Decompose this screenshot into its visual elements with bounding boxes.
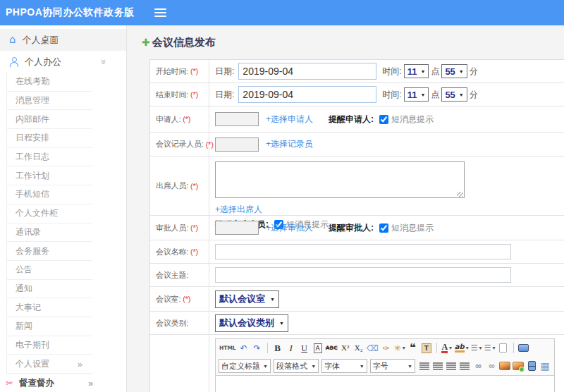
chevron-down-icon: ▼ (311, 364, 316, 369)
image-icon[interactable] (498, 360, 511, 373)
sidebar-item-会务服务[interactable]: 会务服务 (6, 242, 92, 261)
sidebar-item-在线考勤[interactable]: 在线考勤 (6, 73, 92, 92)
pick-attendees-link[interactable]: +选择出席人 (215, 204, 262, 214)
paste-icon[interactable]: T (420, 341, 433, 355)
chevron-down-icon: ▼ (279, 321, 284, 326)
chevron-down-icon: ▾ (449, 345, 452, 351)
format-brush-icon[interactable]: ✑ (380, 341, 393, 355)
align-justify-icon[interactable] (458, 360, 471, 373)
sidebar-item-大事记[interactable]: 大事记 (6, 298, 92, 317)
sidebar-item-个人文件柜[interactable]: 个人文件柜 (6, 204, 92, 223)
sidebar-item-个人办公[interactable]: 个人办公» (0, 51, 126, 73)
subscript-button[interactable]: X₂ (352, 341, 365, 355)
recorder-input[interactable] (215, 137, 259, 152)
toolbar-separator (436, 343, 437, 353)
ordered-list-icon[interactable]: ☰▾ (470, 341, 483, 355)
sidebar-item-新闻[interactable]: 新闻 (6, 317, 92, 336)
redo-icon[interactable]: ↷ (251, 341, 264, 355)
resize-handle-icon[interactable] (457, 192, 463, 198)
sidebar-item-手机短信[interactable]: 手机短信 (6, 185, 92, 204)
sidebar-item-label: 督查督办 (19, 377, 54, 389)
form-row-end-time: 结束时间:(*) 日期: 时间: 11▼ 点 55▼ 分 (150, 83, 564, 106)
font-family-select[interactable]: 字体▼ (321, 359, 367, 373)
pick-recorder-link[interactable]: +选择记录员 (266, 138, 313, 150)
applicant-input[interactable] (215, 112, 259, 126)
paragraph-format-select[interactable]: 段落格式▼ (274, 359, 319, 373)
start-minute-select[interactable]: 55▼ (441, 64, 467, 78)
meeting-room-select[interactable]: 默认会议室▼ (215, 290, 279, 308)
approver-input[interactable] (215, 221, 259, 235)
superscript-button[interactable]: X² (339, 341, 352, 355)
required-mark: (*) (190, 223, 198, 232)
sidebar-item-label: 消息管理 (16, 94, 49, 106)
new-page-icon[interactable] (497, 341, 510, 355)
font-border-button[interactable]: A (312, 341, 324, 355)
pick-applicant-link[interactable]: +选择申请人 (266, 114, 313, 125)
chevron-down-icon: ▼ (270, 297, 275, 302)
meeting-topic-input[interactable] (215, 267, 511, 283)
bold-button[interactable]: B (271, 341, 284, 355)
sidebar-item-label: 通讯录 (16, 226, 41, 238)
sidebar-item-通知[interactable]: 通知 (6, 280, 92, 299)
italic-button[interactable]: I (285, 341, 298, 355)
attendees-textarea[interactable] (215, 161, 465, 198)
autotypeset-icon[interactable]: ✳▾ (393, 341, 406, 355)
start-hour-select[interactable]: 11▼ (404, 64, 429, 78)
font-size-select[interactable]: 字号▼ (370, 359, 415, 373)
sidebar-item-个人设置[interactable]: 个人设置» (6, 355, 92, 374)
applicant-sms-checkbox[interactable] (379, 115, 388, 124)
hour-unit-label: 点 (431, 66, 439, 78)
unlink-icon[interactable]: ∞ (485, 360, 498, 373)
sidebar-item-公告[interactable]: 公告 (6, 261, 92, 280)
eraser-icon[interactable]: ⌫ (366, 341, 379, 355)
sidebar-item-工作日志[interactable]: 工作日志 (6, 148, 92, 167)
hamburger-menu-icon[interactable] (154, 8, 166, 18)
sidebar-item-工作计划[interactable]: 工作计划 (6, 166, 92, 185)
sms-hint-label: 短消息提示 (391, 222, 434, 234)
highlight-color-icon[interactable]: ab▾ (454, 341, 470, 355)
chevron-down-icon: ▼ (420, 92, 425, 97)
sidebar-item-消息管理[interactable]: 消息管理 (6, 92, 92, 111)
approver-sms-checkbox[interactable] (379, 223, 388, 233)
end-hour-select[interactable]: 11▼ (404, 87, 429, 102)
meeting-room-label: 会议室: (156, 294, 180, 305)
editor-content[interactable] (216, 375, 554, 392)
heading-select[interactable]: 自定义标题▼ (219, 359, 271, 373)
sidebar-item-督查督办[interactable]: ✂督查督办» (0, 374, 126, 392)
sidebar-item-个人桌面[interactable]: ⌂个人桌面 (0, 29, 126, 51)
required-mark: (*) (183, 295, 190, 303)
media-icon[interactable] (525, 360, 538, 373)
applicant-label: 申请人: (156, 114, 180, 125)
font-color-icon[interactable]: A▾ (441, 341, 453, 355)
align-left-icon[interactable] (418, 360, 431, 373)
sidebar-item-通讯录[interactable]: 通讯录 (6, 223, 92, 243)
meeting-category-select[interactable]: 默认会议类别▼ (215, 314, 288, 332)
align-center-icon[interactable] (431, 360, 444, 373)
meeting-name-input[interactable] (215, 244, 511, 259)
select-label: 自定义标题 (221, 361, 260, 372)
sidebar: ⌂个人桌面个人办公»在线考勤消息管理内部邮件日程安排工作日志工作计划手机短信个人… (0, 25, 127, 392)
pick-approver-link[interactable]: +选择审批人 (266, 222, 313, 234)
fullscreen-icon[interactable] (517, 341, 530, 355)
underline-button[interactable]: U (298, 341, 311, 355)
sidebar-item-label: 日程安排 (16, 132, 49, 144)
align-right-icon[interactable] (445, 360, 458, 373)
strikethrough-button[interactable]: ABC (325, 341, 338, 355)
start-date-input[interactable] (238, 63, 376, 80)
insert-table-icon[interactable]: ▦ (539, 360, 551, 373)
sidebar-item-电子期刊[interactable]: 电子期刊 (6, 336, 92, 355)
end-date-input[interactable] (238, 86, 376, 103)
sms-hint-label: 短消息提示 (391, 114, 434, 125)
date-label: 日期: (215, 66, 234, 78)
insert-image-icon[interactable] (512, 360, 525, 373)
undo-icon[interactable]: ↶ (238, 341, 250, 355)
sidebar-item-内部邮件[interactable]: 内部邮件 (6, 110, 92, 129)
sidebar-item-日程安排[interactable]: 日程安排 (6, 129, 92, 148)
end-minute-select[interactable]: 55▼ (441, 87, 467, 102)
page-title-row: ✚ 会议信息发布 (127, 25, 564, 59)
html-source-button[interactable]: HTML (219, 341, 237, 355)
blockquote-icon[interactable]: ❝ (407, 341, 419, 355)
unordered-list-icon[interactable]: ☰▾ (484, 341, 496, 355)
link-icon[interactable]: ∞ (472, 360, 484, 373)
chevron-down-icon: » (99, 59, 109, 64)
